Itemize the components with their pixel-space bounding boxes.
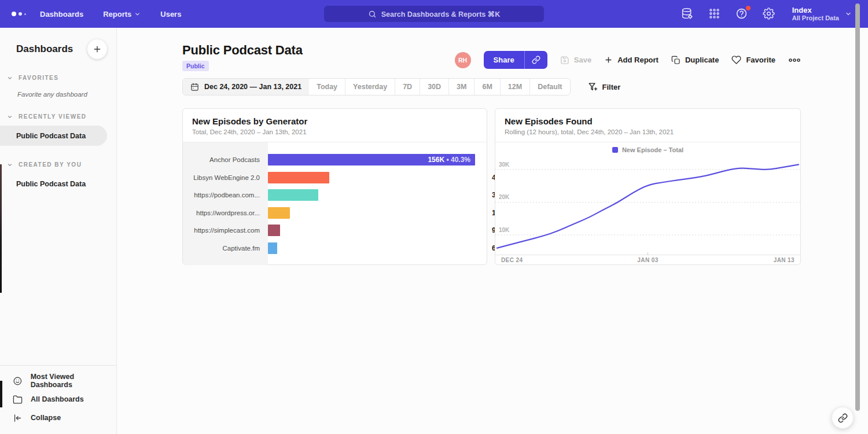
heart-icon [731, 55, 741, 65]
date-preset-30d[interactable]: 30D [420, 79, 448, 95]
more-options-button[interactable] [788, 58, 801, 62]
sidebar-section-header-created-by-you[interactable]: CREATED BY YOU [0, 161, 116, 168]
bar-category-label: Libsyn WebEngine 2.0 [183, 174, 268, 181]
bar-row: Captivate.fm6.87K • 1.8% [183, 240, 487, 258]
line-series-new-episode-total [497, 164, 799, 248]
card-title: New Episodes by Generator [192, 116, 477, 126]
bar-category-label: https://simplecast.com [183, 227, 268, 234]
bar-category-label: https://podbean.com... [183, 192, 268, 198]
nav-item-users[interactable]: Users [160, 10, 181, 19]
bar-category-label: Anchor Podcasts [183, 156, 268, 163]
link-icon [838, 413, 848, 423]
all-dashboards-button[interactable]: All Dashboards [0, 390, 116, 409]
filter-button[interactable]: Filter [588, 82, 621, 92]
bar [268, 207, 290, 219]
card-subtitle: Rolling (12 hours), total, Dec 24th, 202… [505, 128, 791, 135]
sidebar-item-public-podcast-data[interactable]: Public Podcast Data [0, 174, 107, 194]
bar-row: Anchor Podcasts156K • 40.3% [183, 151, 487, 169]
search-placeholder: Search Dashboards & Reports ⌘K [381, 10, 501, 19]
ellipsis-icon [788, 58, 801, 62]
bar-row: https://simplecast.com9.17K • 2.4% [183, 222, 487, 240]
nav-item-dashboards[interactable]: Dashboards [40, 10, 83, 19]
vertical-scrollbar[interactable] [855, 3, 860, 411]
avatar[interactable]: RH [455, 52, 471, 68]
y-tick-label: 30K [499, 161, 510, 168]
bar-category-label: Captivate.fm [183, 245, 268, 252]
bar-row: https://podbean.com...37.9K • 9.8% [183, 186, 487, 204]
favorite-button[interactable]: Favorite [731, 55, 775, 65]
sidebar: Dashboards FAVORITESFavorite any dashboa… [0, 28, 117, 434]
settings-gear-icon[interactable] [763, 8, 775, 20]
collapse-sidebar-button[interactable]: Collapse [0, 409, 116, 427]
favorites-empty-hint: Favorite any dashboard [0, 91, 116, 98]
add-report-button[interactable]: Add Report [604, 56, 659, 64]
share-button[interactable]: Share [484, 51, 524, 69]
chevron-down-icon [134, 11, 141, 17]
date-range-button[interactable]: Dec 24, 2020 — Jan 13, 2021 [183, 79, 309, 95]
filter-icon [588, 82, 598, 92]
x-axis-labels: DEC 24 JAN 03 JAN 13 [495, 256, 800, 266]
help-icon[interactable] [735, 8, 748, 20]
notification-badge [746, 6, 751, 10]
date-preset-default[interactable]: Default [529, 79, 569, 95]
search-input[interactable]: Search Dashboards & Reports ⌘K [324, 6, 544, 22]
card-subtitle: Total, Dec 24th, 2020 – Jan 13th, 2021 [192, 128, 477, 135]
bar-row: Libsyn WebEngine 2.046.3K • 11.9% [183, 169, 487, 187]
save-icon [560, 56, 569, 65]
collapse-icon [13, 413, 23, 423]
bar-category-label: https://wordpress.or... [183, 209, 268, 216]
bar-row: https://wordpress.or...16.6K • 4.3% [183, 204, 487, 222]
sidebar-title: Dashboards [16, 43, 73, 55]
date-preset-6m[interactable]: 6M [474, 79, 499, 95]
page-title: Public Podcast Data [182, 43, 303, 58]
folder-icon [13, 395, 23, 404]
apps-grid-icon[interactable] [708, 8, 721, 20]
duplicate-button[interactable]: Duplicate [671, 56, 719, 65]
date-controls: Dec 24, 2020 — Jan 13, 2021 TodayYesterd… [182, 78, 620, 95]
most-viewed-dashboards-button[interactable]: Most Viewed Dashboards [0, 372, 116, 390]
save-button[interactable]: Save [560, 56, 591, 65]
date-preset-yesterday[interactable]: Yesterday [345, 79, 395, 95]
date-preset-7d[interactable]: 7D [395, 79, 420, 95]
nav-item-reports[interactable]: Reports [103, 10, 141, 19]
date-preset-12m[interactable]: 12M [500, 79, 529, 95]
card-new-episodes-by-generator: New Episodes by Generator Total, Dec 24t… [182, 108, 487, 265]
bar [268, 225, 280, 236]
search-icon [368, 10, 377, 19]
copy-share-link-button[interactable] [524, 51, 547, 69]
sidebar-section-header-recently-viewed[interactable]: RECENTLY VIEWED [0, 113, 116, 120]
data-sources-icon[interactable] [681, 8, 694, 20]
date-preset-3m[interactable]: 3M [448, 79, 474, 95]
visibility-badge: Public [182, 61, 209, 71]
date-preset-today[interactable]: Today [309, 79, 345, 95]
background-window-artifact [0, 164, 2, 293]
y-tick-label: 10K [499, 227, 510, 233]
add-dashboard-button[interactable] [87, 39, 107, 59]
project-name: Index [792, 6, 839, 14]
share-split-button: Share [484, 51, 547, 69]
x-tick-label: JAN 13 [774, 257, 795, 263]
duplicate-icon [671, 56, 681, 65]
chevron-down-icon [7, 114, 13, 120]
sidebar-item-public-podcast-data[interactable]: Public Podcast Data [0, 126, 107, 146]
plus-icon [604, 56, 613, 64]
primary-nav: DashboardsReportsUsers [40, 10, 181, 19]
background-window-artifact [0, 381, 2, 407]
sidebar-section-header-favorites[interactable]: FAVORITES [0, 75, 116, 81]
card-title: New Episodes Found [505, 116, 791, 126]
brand-logo-icon[interactable] [0, 12, 40, 16]
chevron-down-icon [845, 10, 852, 17]
bar [268, 172, 329, 183]
bar [268, 242, 277, 254]
calendar-icon [190, 83, 199, 91]
top-navbar: DashboardsReportsUsers Search Dashboards… [0, 0, 868, 28]
project-selector[interactable]: Index All Project Data [792, 6, 860, 22]
card-new-episodes-found: New Episodes Found Rolling (12 hours), t… [495, 108, 801, 265]
chevron-down-icon [7, 162, 13, 168]
floating-share-link-button[interactable] [832, 407, 854, 429]
link-icon [532, 56, 540, 64]
y-tick-label: 20K [499, 194, 510, 200]
smiley-icon [13, 376, 23, 386]
x-tick-label: DEC 24 [501, 257, 523, 263]
chart-legend: New Episode – Total [495, 142, 800, 157]
